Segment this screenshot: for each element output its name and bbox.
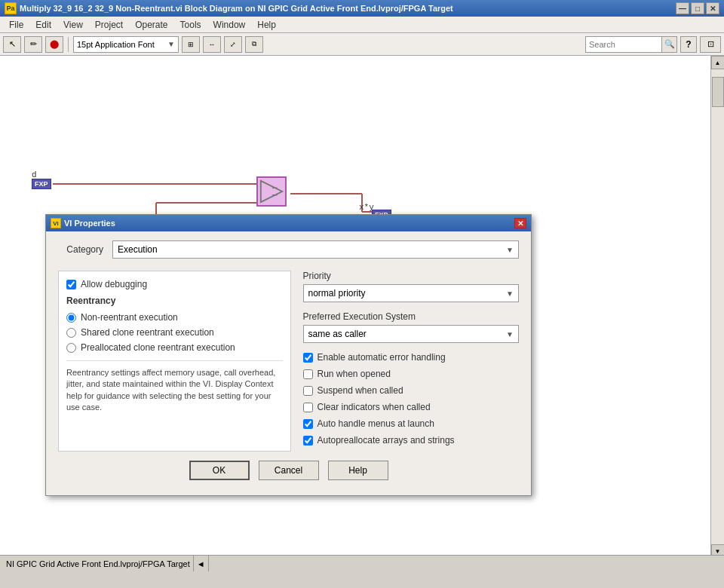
execution-system-title: Preferred Execution System [303, 311, 520, 322]
vi-properties-dialog[interactable]: Vi VI Properties ✕ Category Execution ▼ [45, 214, 532, 496]
dialog-close-button[interactable]: ✕ [514, 218, 526, 228]
radio-shared-clone-input[interactable] [66, 328, 76, 338]
allow-debugging-checkbox[interactable] [66, 280, 76, 289]
maximize-button[interactable]: □ [691, 2, 704, 14]
radio-shared-clone: Shared clone reentrant execution [66, 327, 283, 338]
autopreallocate-label: Autopreallocate arrays and strings [318, 435, 455, 446]
title-bar-text: Multiply 32_9 16_2 32_9 Non-Reentrant.vi… [20, 4, 673, 13]
distribute-button[interactable]: ↔ [203, 36, 221, 53]
category-label: Category [58, 244, 103, 255]
menu-bar: File Edit View Project Operate Tools Win… [0, 17, 724, 33]
align-button[interactable]: ⊞ [182, 36, 200, 53]
search-input[interactable] [586, 37, 661, 52]
enable-error-handling-label: Enable automatic error handling [318, 352, 446, 363]
cancel-button[interactable]: Cancel [259, 461, 319, 480]
close-button[interactable]: ✕ [706, 2, 719, 14]
font-dropdown-arrow: ▼ [167, 40, 175, 48]
dialog-icon: Vi [51, 218, 61, 228]
clear-indicators-checkbox[interactable] [303, 403, 313, 412]
autopreallocate-checkbox[interactable] [303, 436, 313, 446]
toolbar-separator-1 [68, 37, 69, 52]
minimize-button[interactable]: — [676, 2, 689, 14]
suspend-when-called-label: Suspend when called [318, 385, 403, 396]
allow-debugging-row: Allow debugging [66, 279, 283, 289]
toolbar: ↖ ✏ ⬤ 15pt Application Font ▼ ⊞ ↔ ⤢ ⧉ 🔍 … [0, 33, 724, 56]
suspend-when-called-row: Suspend when called [303, 385, 520, 396]
priority-title: Priority [303, 271, 520, 281]
dialog-left-panel: Allow debugging Reentrancy Non-reentrant… [58, 271, 291, 452]
ok-button[interactable]: OK [189, 461, 250, 480]
category-row: Category Execution ▼ [58, 240, 519, 259]
pencil-tool-button[interactable]: ✏ [24, 36, 42, 53]
dialog-columns: Allow debugging Reentrancy Non-reentrant… [58, 271, 519, 452]
run-when-opened-checkbox[interactable] [303, 369, 313, 379]
menu-project[interactable]: Project [89, 18, 129, 32]
stop-button[interactable]: ⬤ [45, 36, 63, 53]
arrow-tool-button[interactable]: ↖ [3, 36, 21, 53]
radio-non-reentrant-label: Non-reentrant execution [81, 312, 178, 323]
auto-handle-menus-label: Auto handle menus at launch [318, 418, 434, 429]
resize-button[interactable]: ⤢ [224, 36, 242, 53]
search-button[interactable]: 🔍 [661, 37, 676, 52]
category-dropdown-arrow: ▼ [506, 246, 514, 254]
info-text: Reentrancy settings affect memory usage,… [66, 360, 283, 414]
run-when-opened-label: Run when opened [318, 369, 391, 379]
allow-debugging-label: Allow debugging [81, 279, 147, 289]
scroll-thumb[interactable] [712, 77, 724, 107]
vertical-scrollbar[interactable]: ▲ ▼ [710, 56, 724, 558]
radio-preallocated-label: Preallocated clone reentrant execution [81, 342, 235, 353]
dialog-title-bar: Vi VI Properties ✕ [46, 215, 531, 231]
auto-handle-menus-checkbox[interactable] [303, 419, 313, 429]
multiply-node[interactable] [256, 176, 287, 207]
title-bar: Pa Multiply 32_9 16_2 32_9 Non-Reentrant… [0, 0, 724, 17]
menu-tools[interactable]: Tools [174, 18, 207, 32]
clear-indicators-row: Clear indicators when called [303, 402, 520, 412]
priority-dropdown[interactable]: normal priority ▼ [303, 284, 520, 302]
auto-handle-menus-row: Auto handle menus at launch [303, 418, 520, 429]
title-bar-buttons: — □ ✕ [676, 2, 719, 14]
menu-view[interactable]: View [57, 18, 89, 32]
dialog-content: Category Execution ▼ Allow debugging Ree… [46, 231, 531, 495]
execution-system-dropdown[interactable]: same as caller ▼ [303, 325, 520, 343]
search-box: 🔍 [585, 36, 677, 53]
status-project-label: NI GPIC Grid Active Front End.lvproj/FPG… [3, 556, 194, 571]
scroll-up-button[interactable]: ▲ [711, 56, 725, 69]
scroll-track[interactable] [711, 69, 725, 544]
enable-error-handling-checkbox[interactable] [303, 353, 313, 363]
dialog-title-text: VI Properties [64, 219, 511, 228]
dialog-buttons: OK Cancel Help [58, 452, 519, 486]
svg-marker-6 [261, 181, 282, 202]
extra-button[interactable]: ⊡ [700, 36, 721, 53]
font-dropdown[interactable]: 15pt Application Font ▼ [73, 36, 179, 53]
category-dropdown[interactable]: Execution ▼ [112, 240, 519, 259]
menu-help[interactable]: Help [251, 18, 282, 32]
menu-file[interactable]: File [3, 18, 29, 32]
menu-edit[interactable]: Edit [29, 18, 57, 32]
execution-system-dropdown-arrow: ▼ [506, 330, 514, 338]
help-button[interactable]: ? [680, 36, 697, 53]
app-icon: Pa [5, 2, 17, 14]
priority-dropdown-arrow: ▼ [506, 289, 514, 298]
radio-shared-clone-label: Shared clone reentrant execution [81, 327, 214, 338]
radio-preallocated-input[interactable] [66, 343, 76, 353]
run-when-opened-row: Run when opened [303, 369, 520, 379]
autopreallocate-row: Autopreallocate arrays and strings [303, 435, 520, 446]
radio-non-reentrant: Non-reentrant execution [66, 312, 283, 323]
main-content: d FXP sin(x) FXP x*y FXP ▲ ▼ [0, 56, 724, 571]
help-button[interactable]: Help [328, 461, 388, 480]
suspend-when-called-checkbox[interactable] [303, 386, 313, 396]
dialog-right-panel: Priority normal priority ▼ Preferred Exe… [303, 271, 520, 452]
fxp-box-d[interactable]: FXP [32, 179, 51, 189]
menu-operate[interactable]: Operate [129, 18, 173, 32]
reorder-button[interactable]: ⧉ [245, 36, 263, 53]
radio-preallocated: Preallocated clone reentrant execution [66, 342, 283, 353]
menu-window[interactable]: Window [207, 18, 252, 32]
status-nav-arrow[interactable]: ◄ [194, 556, 209, 571]
status-bar: NI GPIC Grid Active Front End.lvproj/FPG… [0, 555, 724, 571]
enable-error-handling-row: Enable automatic error handling [303, 352, 520, 363]
radio-non-reentrant-input[interactable] [66, 313, 76, 323]
reentrancy-title: Reentrancy [66, 296, 283, 306]
clear-indicators-label: Clear indicators when called [318, 402, 431, 412]
